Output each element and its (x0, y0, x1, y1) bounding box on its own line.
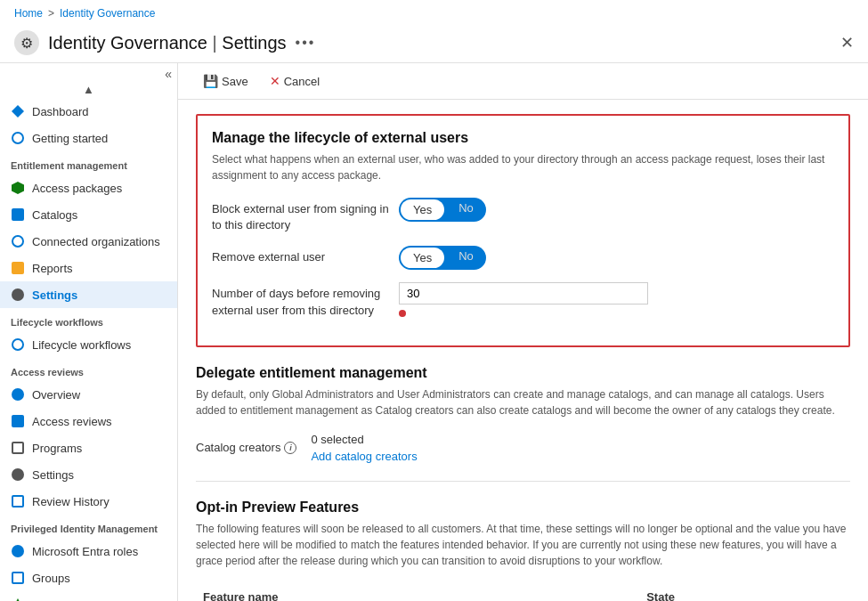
sidebar: « ▲ Dashboard Getting started Entitlemen… (0, 63, 178, 601)
entra-roles-icon (11, 544, 25, 558)
connected-orgs-icon (11, 234, 25, 248)
sidebar-label-access-reviews: Access reviews (32, 415, 112, 428)
sidebar-label-reports: Reports (32, 262, 73, 275)
getting-started-icon (11, 131, 25, 145)
content-area: 💾 Save ✕ Cancel Manage the lifecycle of … (178, 63, 868, 601)
catalogs-icon (11, 207, 25, 222)
preview-section: Opt-in Preview Features The following fe… (196, 499, 850, 601)
sidebar-label-review-history: Review History (32, 495, 110, 508)
sidebar-label-lifecycle-workflows: Lifecycle workflows (32, 338, 131, 352)
toolbar: 💾 Save ✕ Cancel (178, 63, 868, 100)
save-button[interactable]: 💾 Save (196, 70, 256, 92)
save-label: Save (222, 75, 248, 88)
sidebar-label-settings: Settings (32, 288, 77, 302)
azure-icon (11, 597, 25, 601)
close-icon[interactable]: ✕ (840, 33, 854, 53)
add-catalog-creators-link[interactable]: Add catalog creators (311, 450, 417, 463)
catalog-creators-label: Catalog creators i (196, 441, 296, 454)
sidebar-label-settings2: Settings (32, 468, 74, 482)
reports-icon (11, 261, 25, 275)
remove-yes-option[interactable]: Yes (401, 248, 444, 268)
save-icon: 💾 (203, 74, 218, 88)
col-state: State (639, 583, 850, 601)
days-label: Number of days before removing external … (212, 282, 399, 318)
sidebar-item-access-packages[interactable]: Access packages (0, 175, 177, 201)
settings2-icon (11, 467, 25, 482)
sidebar-item-entra-roles[interactable]: Microsoft Entra roles (0, 538, 177, 564)
sidebar-label-overview: Overview (32, 388, 80, 402)
sidebar-item-programs[interactable]: Programs (0, 435, 177, 461)
review-history-icon (11, 494, 25, 508)
gear-icon: ⚙ (14, 30, 39, 55)
sidebar-label-dashboard: Dashboard (32, 105, 89, 118)
sidebar-item-azure[interactable]: Azure resources (0, 591, 177, 601)
col-feature-name: Feature name (196, 583, 639, 601)
block-yes-option[interactable]: Yes (401, 199, 444, 220)
breadcrumb-separator: > (48, 7, 54, 20)
sidebar-item-overview[interactable]: Overview (0, 381, 177, 408)
title-part2: Settings (222, 33, 286, 53)
lifecycle-section-label: Lifecycle workflows (0, 308, 177, 331)
sidebar-item-lifecycle-workflows[interactable]: Lifecycle workflows (0, 331, 177, 358)
groups-icon (11, 571, 25, 585)
remove-user-row: Remove external user Yes No (212, 246, 834, 270)
sidebar-collapse-icon[interactable]: « (165, 67, 172, 81)
sidebar-label-catalogs: Catalogs (32, 208, 77, 222)
sidebar-label-programs: Programs (32, 442, 82, 455)
catalog-creators-row: Catalog creators i 0 selected Add catalo… (196, 433, 850, 463)
page-header: ⚙ Identity Governance | Settings ••• ✕ (0, 27, 868, 63)
sidebar-item-dashboard[interactable]: Dashboard (0, 98, 177, 125)
sidebar-item-review-history[interactable]: Review History (0, 488, 177, 515)
main-layout: « ▲ Dashboard Getting started Entitlemen… (0, 63, 868, 601)
breadcrumb: Home > Identity Governance (0, 0, 868, 27)
access-reviews-section-label: Access reviews (0, 358, 177, 381)
block-toggle-group[interactable]: Yes No (399, 198, 486, 222)
access-reviews-icon (11, 414, 25, 428)
sidebar-item-connected-orgs[interactable]: Connected organizations (0, 228, 177, 255)
sidebar-label-entra-roles: Microsoft Entra roles (32, 545, 138, 558)
remove-user-label: Remove external user (212, 246, 399, 265)
sidebar-label-getting-started: Getting started (32, 132, 108, 145)
sidebar-item-catalogs[interactable]: Catalogs (0, 201, 177, 228)
lifecycle-workflows-icon (11, 337, 25, 352)
sidebar-item-access-reviews[interactable]: Access reviews (0, 408, 177, 435)
remove-user-control: Yes No (399, 246, 486, 270)
lifecycle-desc: Select what happens when an external use… (212, 151, 834, 183)
sidebar-item-settings[interactable]: Settings (0, 281, 177, 308)
access-packages-icon (11, 181, 25, 195)
sidebar-label-groups: Groups (32, 572, 70, 585)
error-indicator (399, 310, 406, 317)
feature-table: Feature name State (196, 583, 850, 601)
content-body: Manage the lifecycle of external users S… (178, 100, 868, 601)
delegate-title: Delegate entitlement management (196, 365, 850, 381)
days-row: Number of days before removing external … (212, 282, 834, 318)
cancel-button[interactable]: ✕ Cancel (263, 70, 327, 92)
breadcrumb-home[interactable]: Home (14, 7, 43, 20)
entitlement-section-label: Entitlement management (0, 151, 177, 175)
sidebar-item-groups[interactable]: Groups (0, 564, 177, 591)
sidebar-scroll-up[interactable]: ▲ (0, 81, 177, 98)
preview-desc: The following features will soon be rele… (196, 521, 850, 569)
block-no-option[interactable]: No (446, 198, 486, 222)
preview-title: Opt-in Preview Features (196, 499, 850, 516)
sidebar-label-azure: Azure resources (32, 598, 117, 602)
programs-icon (11, 441, 25, 455)
catalog-creators-value: 0 selected (311, 433, 417, 446)
remove-no-option[interactable]: No (446, 246, 486, 270)
settings-icon (11, 288, 25, 302)
sidebar-item-reports[interactable]: Reports (0, 255, 177, 281)
overview-icon (11, 387, 25, 402)
page-title: Identity Governance | Settings (48, 33, 287, 53)
dashboard-icon (11, 104, 25, 118)
breadcrumb-current[interactable]: Identity Governance (60, 7, 155, 20)
block-user-control: Yes No (399, 198, 486, 222)
days-input[interactable] (399, 282, 648, 305)
sidebar-item-getting-started[interactable]: Getting started (0, 125, 177, 151)
remove-toggle-group[interactable]: Yes No (399, 246, 486, 270)
sidebar-item-settings2[interactable]: Settings (0, 461, 177, 488)
cancel-icon: ✕ (270, 74, 280, 88)
more-icon[interactable]: ••• (296, 35, 316, 51)
title-part1: Identity Governance (48, 33, 207, 53)
lifecycle-title: Manage the lifecycle of external users (212, 130, 834, 146)
catalog-info-icon[interactable]: i (284, 442, 296, 454)
